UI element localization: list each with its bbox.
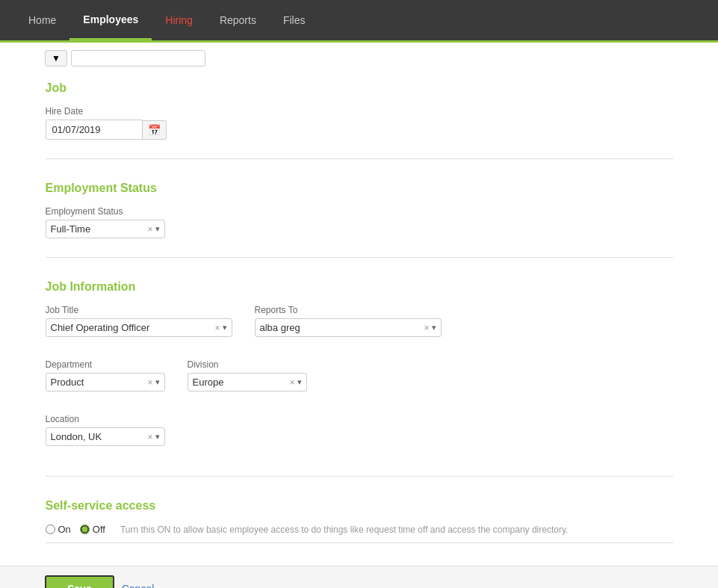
division-arrow[interactable]: ▾ xyxy=(297,377,302,387)
nav-home[interactable]: Home xyxy=(15,0,69,40)
self-service-off-text: Off xyxy=(93,524,105,535)
employment-status-section-title: Employment Status xyxy=(46,182,673,195)
department-value: Product xyxy=(51,377,148,388)
job-title-value: Chief Operating Officer xyxy=(51,322,215,333)
self-service-section: Self-service access On Off Turn this ON … xyxy=(46,484,673,543)
location-value: London, UK xyxy=(51,431,148,442)
employment-status-value: Full-Time xyxy=(51,223,148,235)
self-service-description: Turn this ON to allow basic employee acc… xyxy=(120,524,568,535)
job-info-row-1: Job Title Chief Operating Officer × ▾ Re… xyxy=(46,305,673,348)
job-info-row-3: Location London, UK × ▾ xyxy=(46,414,673,457)
calendar-icon: 📅 xyxy=(148,124,161,136)
hire-date-label: Hire Date xyxy=(46,106,673,117)
job-title-field: Job Title Chief Operating Officer × ▾ xyxy=(46,305,232,337)
main-content: Job Hire Date 📅 Employment Status Employ… xyxy=(1,66,718,543)
location-field: Location London, UK × ▾ xyxy=(46,414,165,446)
location-label: Location xyxy=(46,414,165,424)
location-select[interactable]: London, UK × ▾ xyxy=(46,427,165,446)
division-select[interactable]: Europe × ▾ xyxy=(188,373,307,392)
job-section-title: Job xyxy=(46,81,673,95)
employment-status-field: Employment Status Full-Time × ▾ xyxy=(46,206,673,238)
division-label: Division xyxy=(188,359,307,370)
self-service-on-radio[interactable] xyxy=(46,524,55,534)
employment-status-select[interactable]: Full-Time × ▾ xyxy=(46,220,165,238)
location-clear[interactable]: × xyxy=(147,432,152,442)
reports-to-arrow[interactable]: ▾ xyxy=(432,323,436,332)
navigation: Home Employees Hiring Reports Files xyxy=(0,0,718,40)
nav-hiring[interactable]: Hiring xyxy=(152,0,206,40)
hire-date-input-row: 📅 xyxy=(46,120,673,140)
reports-to-label: Reports To xyxy=(255,305,442,315)
department-select[interactable]: Product × ▾ xyxy=(46,373,165,392)
reports-to-field: Reports To alba greg × ▾ xyxy=(255,305,442,337)
hire-date-field: Hire Date 📅 xyxy=(46,106,673,140)
calendar-button[interactable]: 📅 xyxy=(143,120,167,140)
location-arrow[interactable]: ▾ xyxy=(155,432,160,442)
footer: Save Cancel xyxy=(0,566,718,588)
employment-status-arrow[interactable]: ▾ xyxy=(155,224,160,234)
self-service-title: Self-service access xyxy=(46,499,673,513)
job-title-clear[interactable]: × xyxy=(214,323,220,333)
job-information-title: Job Information xyxy=(46,280,673,294)
self-service-off-radio[interactable] xyxy=(80,524,90,534)
job-info-row-2: Department Product × ▾ Division Europe ×… xyxy=(46,359,673,403)
reports-to-clear[interactable]: × xyxy=(424,323,429,333)
top-search-bar: ▼ xyxy=(0,43,718,66)
department-arrow[interactable]: ▾ xyxy=(155,377,160,387)
search-dropdown-btn[interactable]: ▼ xyxy=(45,50,67,66)
nav-employees[interactable]: Employees xyxy=(69,0,152,40)
employment-status-section: Employment Status Employment Status Full… xyxy=(46,167,673,258)
employment-status-clear[interactable]: × xyxy=(147,224,152,235)
job-title-select[interactable]: Chief Operating Officer × ▾ xyxy=(46,318,232,337)
save-button[interactable]: Save xyxy=(45,575,114,588)
cancel-link[interactable]: Cancel xyxy=(122,583,155,588)
division-field: Division Europe × ▾ xyxy=(188,359,307,392)
job-title-label: Job Title xyxy=(46,305,232,315)
hire-date-input[interactable] xyxy=(46,120,143,140)
division-value: Europe xyxy=(193,377,290,388)
reports-to-value: alba greg xyxy=(260,322,424,333)
job-title-arrow[interactable]: ▾ xyxy=(223,323,227,332)
self-service-on-label[interactable]: On xyxy=(46,524,71,535)
department-label: Department xyxy=(46,359,165,370)
department-field: Department Product × ▾ xyxy=(46,359,165,392)
job-section: Job Hire Date 📅 xyxy=(46,66,673,159)
self-service-radio-group: On Off Turn this ON to allow basic emplo… xyxy=(46,524,673,535)
job-information-section: Job Information Job Title Chief Operatin… xyxy=(46,265,673,477)
nav-files[interactable]: Files xyxy=(270,0,319,40)
reports-to-select[interactable]: alba greg × ▾ xyxy=(255,318,442,337)
self-service-off-label[interactable]: Off xyxy=(80,524,105,535)
nav-reports[interactable]: Reports xyxy=(206,0,270,40)
search-input[interactable] xyxy=(71,50,205,66)
self-service-on-text: On xyxy=(58,524,71,535)
department-clear[interactable]: × xyxy=(147,377,152,388)
employment-status-label: Employment Status xyxy=(46,206,673,217)
division-clear[interactable]: × xyxy=(289,377,294,388)
